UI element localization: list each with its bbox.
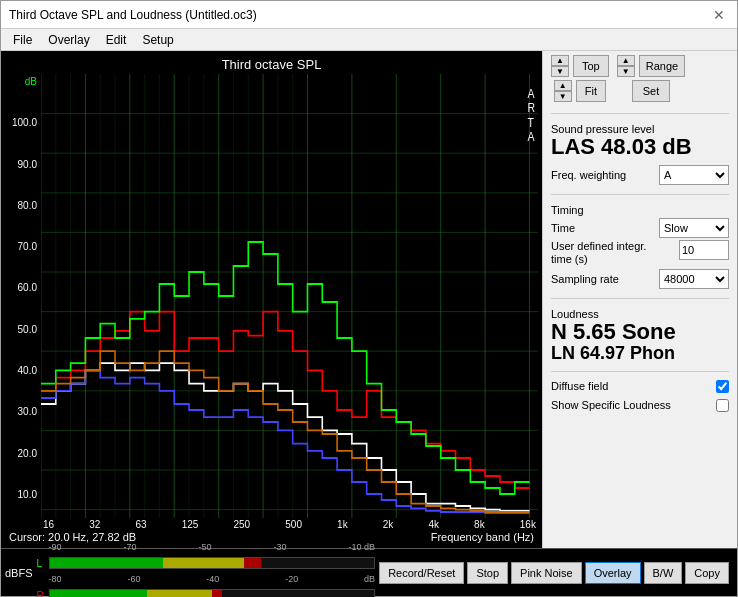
loudness-ln-value: LN 64.97 Phon [551,344,729,364]
stop-button[interactable]: Stop [467,562,508,584]
range-down-button[interactable]: ▼ [617,66,635,77]
main-window: Third Octave SPL and Loudness (Untitled.… [0,0,738,597]
top-range-controls: ▲ ▼ Top ▲ ▼ Fit [551,55,729,102]
chart-title: Third octave SPL [5,55,538,74]
freq-weighting-select[interactable]: A C Z [659,165,729,185]
x-tick-16k: 16k [520,519,536,530]
tick-top-1: -70 [124,542,137,552]
sampling-row: Sampling rate 48000 44100 [551,269,729,289]
meter-l-yellow [163,558,244,568]
copy-button[interactable]: Copy [685,562,729,584]
meter-r-empty [222,590,375,597]
x-tick-63: 63 [135,519,146,530]
svg-text:R: R [527,102,535,115]
menu-bar: File Overlay Edit Setup [1,29,737,51]
meter-row-r: R [37,587,376,597]
freq-weighting-label: Freq. weighting [551,169,626,181]
menu-setup[interactable]: Setup [134,31,181,49]
user-integr-row: User defined integr. time (s) [551,240,729,266]
tick-bot-3: -20 [285,574,298,584]
meter-l-green [50,558,164,568]
user-integr-input[interactable] [679,240,729,260]
range-up-button[interactable]: ▲ [617,55,635,66]
x-axis: 16 32 63 125 250 500 1k 2k 4k 8k 16k [5,518,538,530]
chart-svg-container: A R T A [41,74,538,518]
loudness-n-value: N 5.65 Sone [551,320,729,344]
meter-ticks-top: -90 -70 -50 -30 -10 dB [37,542,376,553]
title-bar: Third Octave SPL and Loudness (Untitled.… [1,1,737,29]
svg-text:A: A [527,131,534,144]
show-specific-label: Show Specific Loudness [551,399,671,411]
tick-bot-0: -80 [49,574,62,584]
divider-3 [551,298,729,299]
y-tick-5: 60.0 [7,282,37,293]
meter-r-green [50,590,147,597]
meter-ticks-bottom: -80 -60 -40 -20 dB [37,573,376,585]
window-title: Third Octave SPL and Loudness (Untitled.… [9,8,257,22]
show-specific-checkbox[interactable] [716,399,729,412]
close-button[interactable]: ✕ [709,5,729,25]
spl-value: LAS 48.03 dB [551,135,729,159]
range-button[interactable]: Range [639,55,685,77]
timing-label: Timing [551,204,729,216]
level-meters: -90 -70 -50 -30 -10 dB L -80 -60 [37,542,376,597]
svg-text:A: A [527,87,534,100]
fit-button[interactable]: Fit [576,80,606,102]
range-row: ▲ ▼ Range [617,55,685,77]
fit-down-button[interactable]: ▼ [554,91,572,102]
timing-section: Timing Time Slow Fast User defined integ… [551,202,729,290]
x-tick-16: 16 [43,519,54,530]
diffuse-field-label: Diffuse field [551,380,608,392]
tick-bot-1: -60 [127,574,140,584]
record-reset-button[interactable]: Record/Reset [379,562,464,584]
chart-svg: A R T A [41,74,538,518]
freq-weighting-row: Freq. weighting A C Z [551,165,729,185]
menu-file[interactable]: File [5,31,40,49]
tick-bot-2: -40 [206,574,219,584]
menu-overlay[interactable]: Overlay [40,31,97,49]
top-button[interactable]: Top [573,55,609,77]
spl-section: Sound pressure level LAS 48.03 dB [551,121,729,159]
range-spinner: ▲ ▼ [617,55,635,77]
tick-bot-4: dB [364,574,375,584]
set-button[interactable]: Set [632,80,671,102]
x-tick-500: 500 [285,519,302,530]
diffuse-field-checkbox[interactable] [716,380,729,393]
x-tick-250: 250 [234,519,251,530]
bw-button[interactable]: B/W [644,562,683,584]
bottom-bar: dBFS -90 -70 -50 -30 -10 dB L [1,548,737,596]
x-tick-32: 32 [89,519,100,530]
user-integr-label: User defined integr. time (s) [551,240,651,266]
y-tick-3: 80.0 [7,200,37,211]
top-spinner: ▲ ▼ [551,55,569,77]
sampling-select[interactable]: 48000 44100 [659,269,729,289]
overlay-button[interactable]: Overlay [585,562,641,584]
time-select[interactable]: Slow Fast [659,218,729,238]
y-tick-0: dB [7,76,37,87]
menu-edit[interactable]: Edit [98,31,135,49]
top-up-button[interactable]: ▲ [551,55,569,66]
top-fit-group: ▲ ▼ Top ▲ ▼ Fit [551,55,609,102]
fit-spinner: ▲ ▼ [554,80,572,102]
diffuse-field-row: Diffuse field [551,380,729,393]
y-tick-1: 100.0 [7,117,37,128]
x-tick-125: 125 [182,519,199,530]
x-tick-2k: 2k [383,519,394,530]
sampling-label: Sampling rate [551,273,619,285]
fit-controls-row: ▲ ▼ Fit [554,80,606,102]
set-row: Set [632,80,671,102]
meter-r-bar [49,589,376,597]
fit-up-button[interactable]: ▲ [554,80,572,91]
range-set-group: ▲ ▼ Range Set [617,55,685,102]
meter-l-red [244,558,260,568]
x-tick-4k: 4k [428,519,439,530]
tick-top-4: -10 dB [349,542,376,552]
top-down-button[interactable]: ▼ [551,66,569,77]
y-tick-4: 70.0 [7,241,37,252]
pink-noise-button[interactable]: Pink Noise [511,562,582,584]
time-label: Time [551,222,575,234]
y-tick-7: 40.0 [7,365,37,376]
meter-l-empty [261,558,375,568]
action-buttons: Record/Reset Stop Pink Noise Overlay B/W… [375,562,733,584]
loudness-label: Loudness [551,308,729,320]
